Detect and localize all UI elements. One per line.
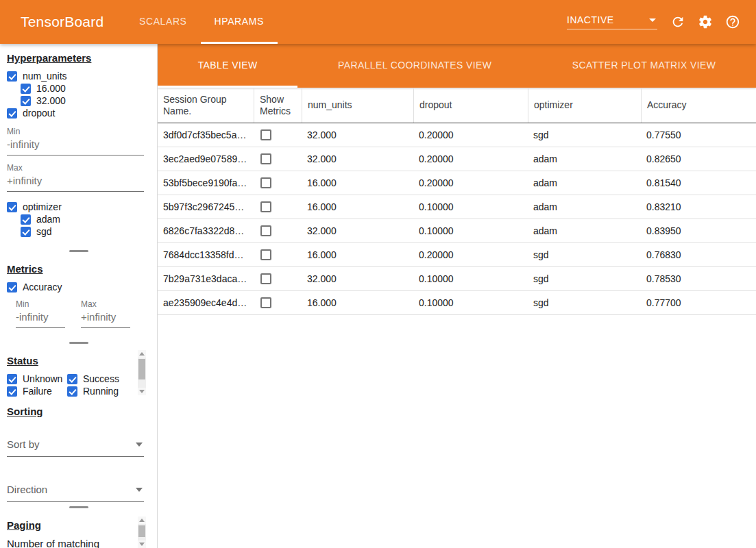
sidebar-checkbox-accuracy[interactable]: Accuracy bbox=[7, 281, 150, 293]
show-metrics-checkbox[interactable] bbox=[260, 225, 271, 236]
table-row: 3ec2aed9e07589f… 32.000 0.20000 adam 0.8… bbox=[158, 147, 756, 171]
sidebar-checkbox-running[interactable]: Running bbox=[67, 385, 127, 397]
drag-handle-icon bbox=[69, 506, 88, 508]
max-label: Max bbox=[7, 163, 150, 173]
cell-show-metrics bbox=[254, 177, 302, 188]
cell-show-metrics bbox=[254, 297, 302, 308]
scroll-up-icon[interactable] bbox=[139, 519, 145, 522]
cell-num-units: 32.000 bbox=[302, 273, 413, 284]
accuracy-min-input[interactable] bbox=[16, 309, 65, 328]
sidebar-checkbox-adam[interactable]: adam bbox=[21, 213, 150, 225]
scroll-up-icon[interactable] bbox=[139, 352, 145, 356]
tab-table-view[interactable]: TABLE VIEW bbox=[158, 44, 297, 88]
cell-show-metrics bbox=[254, 273, 302, 284]
run-selector-value: INACTIVE bbox=[567, 14, 614, 25]
show-metrics-checkbox[interactable] bbox=[260, 201, 271, 212]
max-label: Max bbox=[81, 299, 130, 309]
checkbox-icon bbox=[7, 282, 17, 292]
dropout-max-input[interactable] bbox=[7, 173, 144, 192]
section-resize-handle[interactable] bbox=[0, 503, 157, 511]
cell-accuracy: 0.82650 bbox=[641, 153, 756, 164]
scrollbar-track[interactable] bbox=[138, 358, 146, 388]
cell-session-group-name: 6826c7fa3322d82… bbox=[158, 225, 254, 236]
show-metrics-checkbox[interactable] bbox=[260, 297, 271, 308]
checkbox-label: num_units bbox=[23, 71, 67, 82]
dropout-min-input[interactable] bbox=[7, 136, 144, 155]
sidebar-checkbox-sgd[interactable]: sgd bbox=[21, 225, 150, 238]
cell-show-metrics bbox=[254, 225, 302, 236]
cell-optimizer: adam bbox=[528, 225, 641, 236]
scrollbar[interactable] bbox=[138, 516, 146, 548]
checkbox-label: 16.000 bbox=[36, 83, 66, 94]
chevron-down-icon bbox=[136, 443, 143, 447]
dropout-min-field: Min bbox=[7, 127, 150, 155]
refresh-icon bbox=[670, 14, 685, 29]
sort-by-select[interactable]: Sort by bbox=[7, 437, 144, 457]
show-metrics-checkbox[interactable] bbox=[260, 273, 271, 284]
direction-select[interactable]: Direction bbox=[7, 482, 144, 502]
gear-icon bbox=[698, 14, 713, 29]
sidebar-checkbox-unknown[interactable]: Unknown bbox=[7, 373, 67, 385]
section-resize-handle[interactable] bbox=[0, 338, 157, 347]
app-title: TensorBoard bbox=[0, 14, 94, 30]
scrollbar-track[interactable] bbox=[138, 524, 146, 540]
sidebar-checkbox-optimizer[interactable]: optimizer bbox=[7, 201, 150, 213]
cell-optimizer: adam bbox=[528, 177, 641, 188]
accuracy-max-input[interactable] bbox=[81, 309, 130, 328]
cell-num-units: 16.000 bbox=[302, 297, 413, 308]
tab-scatter-plot-matrix-view[interactable]: SCATTER PLOT MATRIX VIEW bbox=[532, 44, 756, 88]
sidebar-checkbox-num-units[interactable]: num_units bbox=[7, 70, 150, 82]
checkbox-icon bbox=[7, 108, 17, 119]
section-resize-handle[interactable] bbox=[0, 247, 157, 255]
table-row: 3df0d7cf35bec5a… 32.000 0.20000 sgd 0.77… bbox=[158, 123, 756, 147]
cell-accuracy: 0.83950 bbox=[641, 225, 756, 236]
column-header-show-metrics: Show Metrics bbox=[254, 88, 302, 123]
sidebar-checkbox-32000[interactable]: 32.000 bbox=[21, 95, 150, 107]
sidebar-checkbox-success[interactable]: Success bbox=[67, 373, 127, 385]
drag-handle-icon bbox=[69, 250, 88, 252]
checkbox-icon bbox=[7, 202, 17, 212]
scrollbar-thumb[interactable] bbox=[138, 525, 145, 537]
scroll-down-icon[interactable] bbox=[139, 543, 145, 546]
column-header-accuracy: Accuracy bbox=[641, 88, 756, 123]
status-section: Status Unknown Success Failure bbox=[0, 347, 157, 397]
table-header-row: Session Group Name. Show Metrics num_uni… bbox=[158, 88, 756, 123]
tab-hparams[interactable]: HPARAMS bbox=[201, 0, 278, 44]
scrollbar-thumb[interactable] bbox=[138, 359, 145, 379]
checkbox-label: dropout bbox=[23, 108, 55, 119]
refresh-button[interactable] bbox=[664, 8, 692, 36]
tab-scalars[interactable]: SCALARS bbox=[125, 0, 201, 44]
table-row: ae235909ec4e4d… 16.000 0.10000 sgd 0.777… bbox=[158, 291, 756, 315]
cell-show-metrics bbox=[254, 129, 302, 140]
sidebar-checkbox-16000[interactable]: 16.000 bbox=[21, 82, 150, 95]
help-button[interactable] bbox=[719, 8, 746, 36]
show-metrics-checkbox[interactable] bbox=[260, 177, 271, 188]
settings-button[interactable] bbox=[692, 8, 719, 36]
scroll-down-icon[interactable] bbox=[139, 390, 145, 393]
checkbox-icon bbox=[7, 374, 17, 384]
cell-dropout: 0.20000 bbox=[413, 129, 528, 140]
sorting-section: Sorting Sort by Direction bbox=[0, 397, 157, 503]
sidebar-checkbox-dropout[interactable]: dropout bbox=[7, 107, 150, 119]
cell-accuracy: 0.78530 bbox=[641, 273, 756, 284]
cell-accuracy: 0.77700 bbox=[641, 297, 756, 308]
min-label: Min bbox=[16, 299, 65, 309]
chevron-down-icon bbox=[649, 18, 656, 22]
status-checkbox-grid: Unknown Success Failure Running bbox=[7, 373, 132, 397]
checkbox-icon bbox=[21, 214, 31, 225]
run-selector[interactable]: INACTIVE bbox=[567, 14, 657, 29]
cell-num-units: 32.000 bbox=[302, 129, 413, 140]
column-header-dropout: dropout bbox=[413, 88, 528, 123]
dashboard-tabs: SCALARS HPARAMS bbox=[125, 0, 278, 44]
scrollbar[interactable] bbox=[138, 350, 146, 395]
cell-num-units: 32.000 bbox=[302, 153, 413, 164]
cell-show-metrics bbox=[254, 249, 302, 260]
hparams-sidebar: Hyperparameters num_units 16.000 32.000 … bbox=[0, 44, 158, 548]
show-metrics-checkbox[interactable] bbox=[260, 153, 271, 164]
show-metrics-checkbox[interactable] bbox=[260, 129, 271, 140]
sidebar-checkbox-failure[interactable]: Failure bbox=[7, 385, 67, 397]
cell-num-units: 16.000 bbox=[302, 201, 413, 212]
sort-by-value: Sort by bbox=[7, 438, 40, 450]
tab-parallel-coordinates-view[interactable]: PARALLEL COORDINATES VIEW bbox=[297, 44, 532, 88]
show-metrics-checkbox[interactable] bbox=[260, 249, 271, 260]
